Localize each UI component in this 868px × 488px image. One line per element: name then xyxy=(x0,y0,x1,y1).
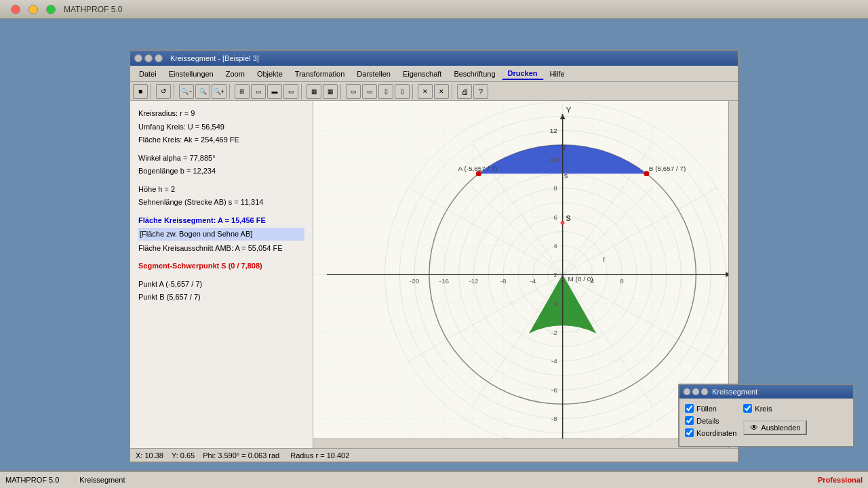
angle-info-group: Winkel alpha = 77,885° Bogenlänge b = 12… xyxy=(138,152,304,177)
circle-info-group: Kreisradius: r = 9 Umfang Kreis: U = 56,… xyxy=(138,108,304,146)
tb-close-btn2[interactable]: ✕ xyxy=(434,84,449,99)
tb-zoom-out-btn[interactable]: 🔍− xyxy=(179,84,194,99)
menu-beschriftung[interactable]: Beschriftung xyxy=(448,68,501,80)
close-btn[interactable] xyxy=(11,5,20,14)
min-btn[interactable] xyxy=(28,5,38,14)
svg-text:-8: -8 xyxy=(500,277,507,285)
win-ctrl-2[interactable] xyxy=(144,54,153,62)
svg-text:10: 10 xyxy=(550,156,558,163)
app-title: MATHPROF 5.0 xyxy=(64,5,122,14)
tb-help-btn[interactable]: ? xyxy=(473,84,488,99)
svg-text:-6: -6 xyxy=(551,386,557,394)
mini-win-ctrl3[interactable] xyxy=(701,388,708,395)
svg-text:Y: Y xyxy=(566,106,572,115)
winkel-info: Winkel alpha = 77,885° xyxy=(138,152,304,164)
svg-point-79 xyxy=(561,221,565,225)
tb-table-btn2[interactable]: ▦ xyxy=(323,84,338,99)
tb-select-btn[interactable]: ■ xyxy=(133,84,148,99)
graph-area[interactable]: X Y -20 -16 -12 -8 -4 0 4 8 xyxy=(313,101,738,448)
menu-drucken[interactable]: Drucken xyxy=(502,67,544,80)
koordinaten-checkbox[interactable] xyxy=(685,428,694,437)
umfang-info: Umfang Kreis: U = 56,549 xyxy=(138,121,304,133)
svg-text:r: r xyxy=(603,255,606,263)
tb-sep-3 xyxy=(229,84,232,99)
svg-text:2: 2 xyxy=(553,271,557,279)
tb-view-btn2[interactable]: ▬ xyxy=(267,84,282,99)
tb-zoom-in-btn[interactable]: 🔍+ xyxy=(212,84,226,99)
menu-transformation[interactable]: Transformation xyxy=(289,68,351,80)
flaeche-segment-info: Fläche Kreissegment: A = 15,456 FE xyxy=(138,215,304,226)
status-y: Y: 0.65 xyxy=(172,451,195,460)
mini-checkboxes: Füllen Details Koordinaten xyxy=(685,404,736,441)
svg-text:4: 4 xyxy=(553,242,557,249)
status-radius: Radius r = 10.402 xyxy=(290,451,349,460)
tb-print-btn[interactable]: 🖨 xyxy=(457,84,472,99)
fuellen-label: Füllen xyxy=(696,405,717,413)
tb-frame-btn1[interactable]: ▭ xyxy=(346,84,361,99)
svg-text:s: s xyxy=(564,171,568,180)
svg-text:-4: -4 xyxy=(530,277,536,285)
svg-text:8: 8 xyxy=(553,184,557,192)
tb-undo-btn[interactable]: ↺ xyxy=(156,84,171,99)
details-row: Details xyxy=(685,416,736,425)
menu-zoom[interactable]: Zoom xyxy=(220,68,251,80)
tb-frame-btn2[interactable]: ▭ xyxy=(362,84,377,99)
tb-frame-btn4[interactable]: ▯ xyxy=(395,84,410,99)
mini-win-ctrl[interactable] xyxy=(684,388,690,395)
info-panel: Kreisradius: r = 9 Umfang Kreis: U = 56,… xyxy=(130,101,313,448)
details-label: Details xyxy=(696,417,719,425)
details-checkbox[interactable] xyxy=(685,416,694,425)
tb-grid-btn[interactable]: ⊞ xyxy=(235,84,250,99)
tb-frame-btn3[interactable]: ▯ xyxy=(378,84,393,99)
max-btn[interactable] xyxy=(46,5,56,14)
ausblenden-button[interactable]: 👁 Ausblenden xyxy=(743,420,807,435)
win-title-bar: Kreissegment - [Beispiel 3] xyxy=(130,51,738,66)
ausblenden-label: Ausblenden xyxy=(761,424,800,432)
tb-close-btn1[interactable]: ✕ xyxy=(418,84,433,99)
schwerpunkt-info: Segment-Schwerpunkt S (0 / 7,808) xyxy=(138,260,304,272)
fuellen-checkbox[interactable] xyxy=(685,404,694,413)
menu-eigenschaft[interactable]: Eigenschaft xyxy=(397,68,448,80)
tb-sep-5 xyxy=(340,84,343,99)
kreis-label: Kreis xyxy=(755,405,772,413)
flaeche-bogen-info: [Fläche zw. Bogen und Sehne AB] xyxy=(138,228,304,241)
tb-view-btn1[interactable]: ▭ xyxy=(251,84,266,99)
win-ctrl-1[interactable] xyxy=(134,54,142,62)
fuellen-row: Füllen xyxy=(685,404,736,413)
svg-text:S: S xyxy=(566,214,571,222)
kreis-checkbox[interactable] xyxy=(743,404,752,413)
menu-objekte[interactable]: Objekte xyxy=(251,68,289,80)
svg-text:6: 6 xyxy=(553,214,557,221)
hoehe-info: Höhe h = 2 xyxy=(138,184,304,195)
os-title-bar: MATHPROF 5.0 xyxy=(0,0,868,19)
tb-zoom-reset-btn[interactable]: 🔍 xyxy=(195,84,210,99)
punkte-info-group: Punkt A (-5,657 / 7) Punkt B (5,657 / 7) xyxy=(138,279,304,303)
tb-table-btn[interactable]: ▦ xyxy=(307,84,321,99)
bogenlaenge-info: Bogenlänge b = 12,234 xyxy=(138,165,304,177)
mini-win-ctrl2[interactable] xyxy=(692,388,699,395)
koordinaten-row: Koordinaten xyxy=(685,428,736,437)
svg-text:0: 0 xyxy=(561,277,565,285)
bottom-context: Kreissegment xyxy=(79,476,125,484)
scrollbar-horizontal[interactable] xyxy=(313,439,728,448)
flaeche-ausschnitt-info: Fläche Kreisausschnitt AMB: A = 55,054 F… xyxy=(138,243,304,254)
menu-bar: Datei Einstellungen Zoom Objekte Transfo… xyxy=(130,66,738,82)
menu-datei[interactable]: Datei xyxy=(133,68,163,80)
koordinaten-label: Koordinaten xyxy=(696,429,736,437)
tb-view-btn3[interactable]: ▭ xyxy=(283,84,298,99)
menu-einstellungen[interactable]: Einstellungen xyxy=(163,68,220,80)
status-bar: X: 10.38 Y: 0.65 Phi: 3.590° = 0.063 rad… xyxy=(130,448,738,462)
svg-text:b: b xyxy=(561,144,566,152)
graph-svg: X Y -20 -16 -12 -8 -4 0 4 8 xyxy=(313,101,738,448)
svg-text:-4: -4 xyxy=(551,358,557,365)
mini-win-body: Füllen Details Koordinaten Kreis 👁 xyxy=(679,399,853,446)
win-ctrl-3[interactable] xyxy=(155,54,163,62)
kreis-row: Kreis xyxy=(743,404,807,413)
svg-text:M (0 / 0): M (0 / 0) xyxy=(568,275,593,283)
schwerpunkt-info-group: Segment-Schwerpunkt S (0 / 7,808) xyxy=(138,260,304,272)
svg-text:-12: -12 xyxy=(469,277,478,285)
svg-text:12: 12 xyxy=(550,127,557,134)
menu-hilfe[interactable]: Hilfe xyxy=(544,68,571,80)
menu-darstellen[interactable]: Darstellen xyxy=(351,68,397,80)
bottom-app-title: MATHPROF 5.0 xyxy=(5,476,59,484)
